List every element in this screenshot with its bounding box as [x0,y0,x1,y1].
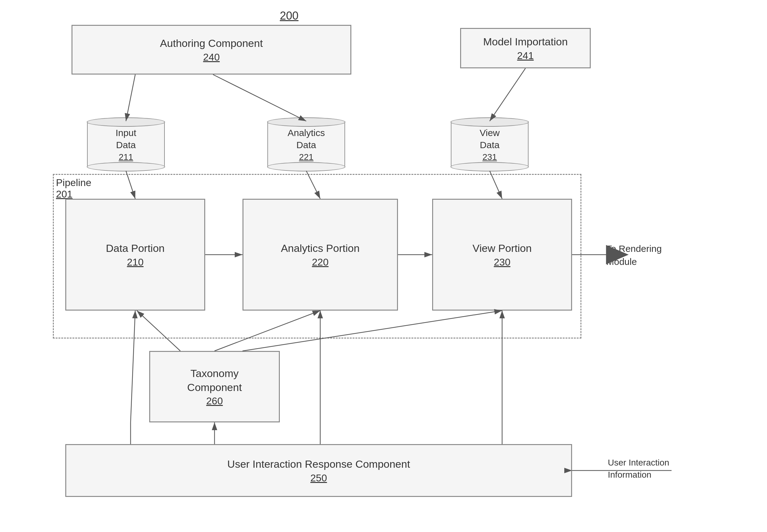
user-interaction-info-label: User InteractionInformation [608,457,689,481]
user-interaction-box: User Interaction Response Component 250 [65,444,572,497]
user-interaction-title: User Interaction Response Component [227,457,410,471]
model-importation-box: Model Importation 241 [460,28,591,68]
analytics-data-drum: AnalyticsData 221 [267,121,345,168]
pipeline-label: Pipeline 201 [56,177,91,200]
view-data-drum: ViewData 231 [451,121,528,168]
view-portion-number: 230 [494,257,510,268]
svg-line-4 [490,68,525,121]
analytics-portion-box: Analytics Portion 220 [243,199,398,311]
analytics-data-number: 221 [299,152,314,162]
data-portion-number: 210 [127,257,143,268]
view-portion-box: View Portion 230 [432,199,572,311]
pipeline-number: 201 [56,189,72,200]
view-data-title: ViewData [480,127,500,151]
taxonomy-title: TaxonomyComponent [187,366,242,394]
svg-line-2 [126,75,135,121]
svg-line-3 [213,75,306,121]
user-interaction-number: 250 [310,472,327,484]
taxonomy-number: 260 [206,395,223,407]
diagram-container: 200 Authoring Component 240 Model Import… [25,9,740,525]
analytics-data-title: AnalyticsData [288,127,325,151]
input-data-number: 211 [119,152,133,162]
input-data-drum: InputData 211 [87,121,165,168]
analytics-portion-number: 220 [312,257,328,268]
authoring-component-box: Authoring Component 240 [71,25,351,75]
authoring-number: 240 [203,52,220,63]
top-label: 200 [280,9,299,22]
taxonomy-component-box: TaxonomyComponent 260 [149,351,280,422]
model-number: 241 [517,50,533,61]
analytics-portion-title: Analytics Portion [281,241,359,255]
model-title: Model Importation [483,35,568,48]
authoring-title: Authoring Component [160,36,263,50]
view-data-number: 231 [482,152,497,162]
input-data-title: InputData [116,127,136,151]
data-portion-title: Data Portion [106,241,165,255]
data-portion-box: Data Portion 210 [65,199,205,311]
view-portion-title: View Portion [472,241,532,255]
rendering-module-label: To RenderingModule [606,242,675,268]
